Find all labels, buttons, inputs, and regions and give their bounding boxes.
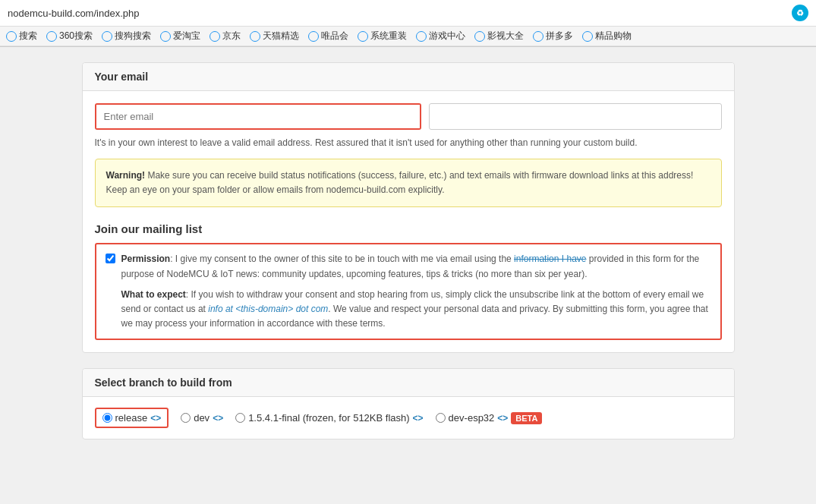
warning-bold: Warning! (106, 170, 146, 181)
permission-strikethrough: information I have (514, 254, 586, 264)
bookmark-games[interactable]: 游戏中心 (416, 30, 465, 43)
branch-label-dev[interactable]: dev (194, 412, 210, 424)
bookmark-label: 爱淘宝 (173, 30, 200, 43)
permission-text: Permission: I give my consent to the own… (121, 252, 711, 281)
globe-icon (582, 31, 593, 42)
bookmark-label: 搜狗搜索 (115, 30, 151, 43)
mailing-list-section: Join our mailing list Permission: I give… (95, 222, 722, 340)
bookmark-360[interactable]: 360搜索 (46, 30, 93, 43)
bookmark-label: 天猫精选 (263, 30, 299, 43)
bookmark-label: 拼多多 (546, 30, 573, 43)
bookmarks-bar: 搜索 360搜索 搜狗搜索 爱淘宝 京东 天猫精选 唯品会 系统重装 (0, 27, 816, 46)
email-input-secondary[interactable] (429, 103, 722, 130)
bookmark-label: 游戏中心 (429, 30, 465, 43)
warning-text: Make sure you can receive build status n… (106, 170, 694, 195)
bookmark-video[interactable]: 影视大全 (474, 30, 524, 43)
bookmark-tmall[interactable]: 天猫精选 (250, 30, 299, 43)
bookmark-pinduoduo[interactable]: 拼多多 (533, 30, 573, 43)
email-input-highlighted (95, 103, 421, 130)
permission-checkbox[interactable] (106, 254, 115, 263)
bookmark-label: 搜索 (19, 30, 37, 43)
address-bar: nodemcu-build.com/index.php ♻ (0, 0, 816, 27)
branch-option-final: 1.5.4.1-final (frozen, for 512KB flash) … (235, 412, 423, 424)
bookmark-label: 精品购物 (595, 30, 632, 43)
code-icon-esp32: <> (497, 413, 508, 424)
beta-badge: BETA (511, 412, 542, 424)
globe-icon (308, 31, 319, 42)
email-section: Your email It's in your own interest to … (82, 62, 735, 353)
branch-radio-final[interactable] (235, 413, 245, 423)
branch-option-esp32: dev-esp32 <> BETA (436, 412, 543, 424)
bookmark-label: 唯品会 (321, 30, 348, 43)
bookmark-reinstall[interactable]: 系统重装 (358, 30, 407, 43)
email-section-title: Your email (95, 71, 149, 83)
globe-icon (210, 31, 220, 42)
branch-radio-dev[interactable] (181, 413, 191, 423)
globe-icon (358, 31, 368, 42)
bookmark-label: 360搜索 (59, 30, 93, 43)
branch-label-esp32[interactable]: dev-esp32 (449, 412, 495, 424)
bookmark-sougou[interactable]: 搜狗搜索 (102, 30, 151, 43)
code-icon-dev: <> (213, 413, 223, 424)
bookmark-label: 京东 (222, 30, 241, 43)
warning-box: Warning! Make sure you can receive build… (95, 159, 722, 207)
permission-row: Permission: I give my consent to the own… (95, 243, 722, 340)
what-to-expect-bold: What to expect (121, 289, 186, 300)
url-display: nodemcu-build.com/index.php (8, 8, 786, 19)
bookmark-label: 影视大全 (487, 30, 524, 43)
globe-icon (6, 31, 17, 42)
bookmark-vip[interactable]: 唯品会 (308, 30, 348, 43)
globe-icon (533, 31, 543, 42)
code-icon-release: <> (150, 413, 161, 424)
email-hint: It's in your own interest to leave a val… (95, 136, 722, 150)
bookmark-taobao[interactable]: 爱淘宝 (160, 30, 200, 43)
globe-icon (46, 31, 57, 42)
branch-radio-release[interactable] (102, 413, 112, 423)
bookmark-shopping[interactable]: 精品购物 (582, 30, 632, 43)
branch-label-release[interactable]: release (115, 412, 148, 424)
code-icon-final: <> (413, 413, 424, 424)
bookmark-search[interactable]: 搜索 (6, 30, 37, 43)
branch-option-dev: dev <> (181, 412, 223, 424)
email-input[interactable] (96, 105, 420, 128)
browser-chrome: nodemcu-build.com/index.php ♻ 搜索 360搜索 搜… (0, 0, 816, 47)
contact-email-italic: info at <this-domain> dot com (208, 304, 328, 314)
what-to-expect: What to expect: If you wish to withdraw … (121, 288, 711, 332)
branch-radio-esp32[interactable] (436, 413, 446, 423)
globe-icon (160, 31, 171, 42)
browser-icon: ♻ (792, 5, 808, 21)
globe-icon (250, 31, 260, 42)
bookmark-label: 系统重装 (370, 30, 407, 43)
branch-body: release <> dev <> 1.5.4.1-final (frozen,… (83, 397, 734, 439)
email-section-header: Your email (83, 63, 734, 91)
bookmark-jd[interactable]: 京东 (210, 30, 241, 43)
permission-content: Permission: I give my consent to the own… (121, 252, 711, 331)
email-section-body: It's in your own interest to leave a val… (83, 91, 734, 352)
globe-icon (416, 31, 427, 42)
branch-header: Select branch to build from (83, 369, 734, 397)
permission-text-1: : I give my consent to the owner of this… (170, 254, 514, 264)
mailing-title: Join our mailing list (95, 222, 722, 235)
permission-bold: Permission (121, 254, 171, 264)
email-input-row (95, 103, 722, 130)
globe-icon (474, 31, 485, 42)
branch-label-final[interactable]: 1.5.4.1-final (frozen, for 512KB flash) (248, 412, 409, 424)
branch-title: Select branch to build from (95, 376, 232, 389)
branch-section: Select branch to build from release <> d… (82, 368, 735, 439)
branch-option-release-wrapper: release <> (95, 408, 169, 428)
globe-icon (102, 31, 112, 42)
branch-option-release: release (102, 412, 148, 424)
page-content: Your email It's in your own interest to … (67, 47, 750, 455)
